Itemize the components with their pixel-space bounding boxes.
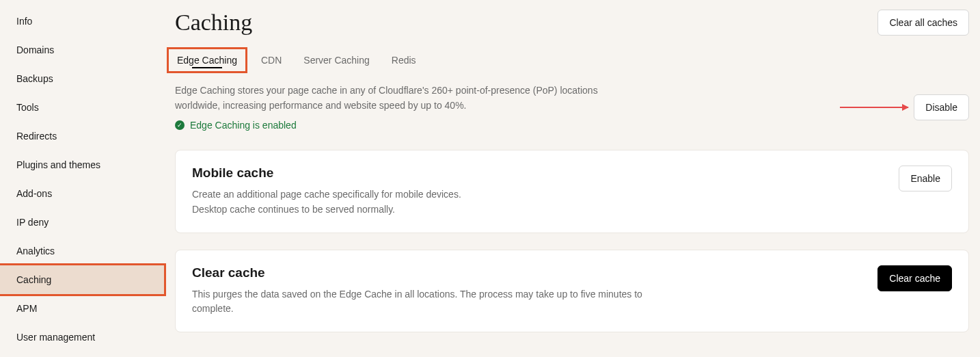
enable-mobile-cache-button[interactable]: Enable: [899, 166, 952, 191]
edge-caching-section: Edge Caching stores your page cache in a…: [175, 83, 969, 131]
sidebar-item-caching[interactable]: Caching: [0, 263, 166, 296]
sidebar-item-label: Analytics: [16, 246, 55, 256]
sidebar-item-info[interactable]: Info: [0, 7, 164, 36]
edge-caching-status: ✓ Edge Caching is enabled: [175, 120, 612, 131]
sidebar-item-label: Backups: [16, 73, 53, 84]
tabs: Edge Caching CDN Server Caching Redis: [175, 49, 969, 71]
mobile-cache-description: Create an additional page cache specific…: [192, 187, 461, 217]
edge-caching-action: Disable: [840, 94, 969, 120]
sidebar-item-label: Redirects: [16, 131, 57, 142]
sidebar-item-domains[interactable]: Domains: [0, 36, 164, 64]
main-content: Caching Clear all caches Edge Caching CD…: [164, 0, 980, 357]
sidebar-item-label: Caching: [16, 274, 51, 285]
sidebar-item-label: APM: [16, 303, 37, 314]
edge-caching-description: Edge Caching stores your page cache in a…: [175, 83, 612, 113]
sidebar-item-analytics[interactable]: Analytics: [0, 237, 164, 265]
sidebar-item-apm[interactable]: APM: [0, 294, 164, 323]
sidebar-item-label: Tools: [16, 102, 39, 113]
sidebar-item-label: Add-ons: [16, 188, 52, 199]
tab-label: CDN: [261, 55, 282, 66]
tab-cdn[interactable]: CDN: [261, 49, 282, 71]
tab-edge-caching[interactable]: Edge Caching: [167, 47, 247, 73]
check-circle-icon: ✓: [175, 120, 185, 130]
page-header: Caching Clear all caches: [175, 10, 969, 36]
mobile-cache-card: Mobile cache Create an additional page c…: [175, 150, 969, 233]
clear-cache-info: Clear cache This purges the data saved o…: [192, 265, 670, 317]
mobile-cache-info: Mobile cache Create an additional page c…: [192, 166, 461, 217]
edge-caching-info: Edge Caching stores your page cache in a…: [175, 83, 612, 131]
status-text: Edge Caching is enabled: [190, 120, 297, 131]
page-title: Caching: [175, 10, 252, 36]
tab-label: Server Caching: [303, 55, 370, 66]
sidebar-item-redirects[interactable]: Redirects: [0, 122, 164, 150]
tab-label: Redis: [392, 55, 416, 66]
sidebar-item-label: User management: [16, 332, 95, 343]
clear-cache-title: Clear cache: [192, 265, 670, 280]
sidebar-item-addons[interactable]: Add-ons: [0, 179, 164, 208]
annotation-arrow-icon: [840, 107, 908, 108]
clear-cache-card: Clear cache This purges the data saved o…: [175, 250, 969, 332]
sidebar-item-label: IP deny: [16, 217, 49, 228]
clear-all-caches-button[interactable]: Clear all caches: [877, 10, 969, 36]
sidebar-item-label: Plugins and themes: [16, 159, 100, 170]
sidebar-item-plugins[interactable]: Plugins and themes: [0, 150, 164, 179]
clear-cache-button[interactable]: Clear cache: [877, 265, 952, 291]
sidebar-item-usermgmt[interactable]: User management: [0, 323, 164, 352]
clear-cache-description: This purges the data saved on the Edge C…: [192, 287, 670, 317]
sidebar-item-label: Info: [16, 16, 32, 27]
sidebar-item-backups[interactable]: Backups: [0, 64, 164, 93]
disable-button[interactable]: Disable: [914, 94, 969, 120]
mobile-cache-title: Mobile cache: [192, 166, 461, 181]
tab-label: Edge Caching: [177, 55, 237, 66]
sidebar-item-tools[interactable]: Tools: [0, 93, 164, 122]
tab-redis[interactable]: Redis: [392, 49, 416, 71]
sidebar-item-label: Domains: [16, 44, 54, 55]
sidebar-item-ipdeny[interactable]: IP deny: [0, 208, 164, 237]
sidebar: Info Domains Backups Tools Redirects Plu…: [0, 0, 164, 357]
tab-server-caching[interactable]: Server Caching: [303, 49, 370, 71]
